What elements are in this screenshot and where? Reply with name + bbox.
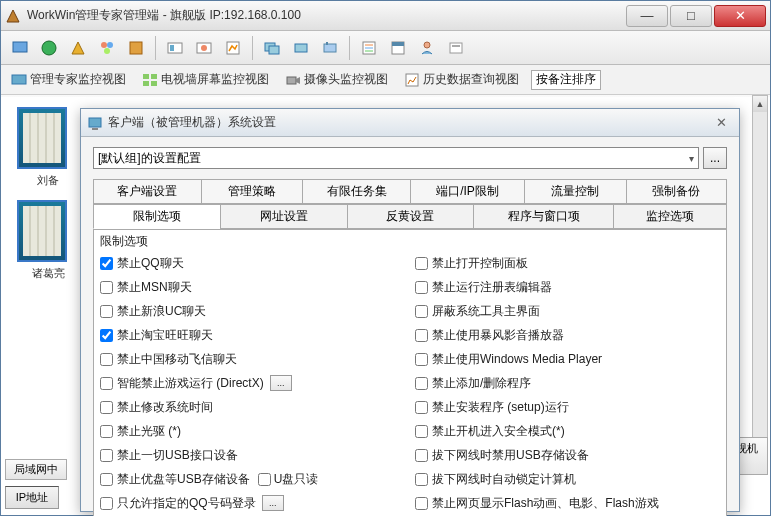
ellipsis-button[interactable]: ... — [270, 375, 292, 391]
monitor-icon — [11, 72, 27, 88]
dialog-icon — [87, 115, 103, 131]
checkbox[interactable] — [258, 473, 271, 486]
checkbox[interactable] — [100, 281, 113, 294]
scroll-up-icon[interactable]: ▲ — [753, 96, 767, 112]
check-row: 禁止新浪UC聊天 — [100, 301, 405, 321]
check-label: 智能禁止游戏运行 (DirectX) — [117, 375, 264, 392]
toolbar-icon-14[interactable] — [414, 35, 440, 61]
check-label: 禁止安装程序 (setup)运行 — [432, 399, 569, 416]
app-icon — [5, 8, 21, 24]
tab-front-4[interactable]: 监控选项 — [613, 204, 727, 228]
svg-point-9 — [201, 45, 207, 51]
toolbar-icon-7[interactable] — [191, 35, 217, 61]
view-tabs-bar: 管理专家监控视图 电视墙屏幕监控视图 摄像头监控视图 历史数据查询视图 按备注排… — [1, 65, 770, 95]
close-button[interactable]: ✕ — [714, 5, 766, 27]
check-row: 禁止修改系统时间 — [100, 397, 405, 417]
tab-front-3[interactable]: 程序与窗口项 — [473, 204, 612, 228]
check-row: 屏蔽系统工具主界面 — [415, 301, 720, 321]
main-toolbar — [1, 31, 770, 65]
checkbox[interactable] — [100, 377, 113, 390]
toolbar-icon-2[interactable] — [36, 35, 62, 61]
checkbox[interactable] — [100, 305, 113, 318]
tab-2[interactable]: 有限任务集 — [302, 179, 410, 203]
checkbox[interactable] — [100, 257, 113, 270]
check-label: 禁止开机进入安全模式(*) — [432, 423, 565, 440]
toolbar-icon-3[interactable] — [65, 35, 91, 61]
checkbox[interactable] — [100, 449, 113, 462]
check-label: 禁止优盘等USB存储设备 — [117, 471, 250, 488]
checkbox[interactable] — [100, 497, 113, 510]
toolbar-icon-9[interactable] — [259, 35, 285, 61]
toolbar-icon-5[interactable] — [123, 35, 149, 61]
config-browse-button[interactable]: ... — [703, 147, 727, 169]
status-ip-tab[interactable]: IP地址 — [5, 486, 59, 509]
svg-rect-29 — [151, 81, 157, 86]
toolbar-icon-8[interactable] — [220, 35, 246, 61]
svg-point-2 — [101, 42, 107, 48]
view-tab-camera[interactable]: 摄像头监控视图 — [281, 69, 392, 90]
view-tab-monitor[interactable]: 管理专家监控视图 — [7, 69, 130, 90]
sort-combo[interactable]: 按备注排序 — [531, 70, 601, 90]
check-label: 屏蔽系统工具主界面 — [432, 303, 540, 320]
toolbar-icon-15[interactable] — [443, 35, 469, 61]
checkbox[interactable] — [100, 425, 113, 438]
inline-check: U盘只读 — [258, 471, 319, 488]
tab-front-0[interactable]: 限制选项 — [93, 204, 220, 229]
maximize-button[interactable]: □ — [670, 5, 712, 27]
tab-3[interactable]: 端口/IP限制 — [410, 179, 524, 203]
toolbar-icon-4[interactable] — [94, 35, 120, 61]
toolbar-icon-11[interactable] — [317, 35, 343, 61]
client-thumbnail[interactable] — [17, 107, 67, 169]
tab-0[interactable]: 客户端设置 — [93, 179, 201, 203]
check-label: 禁止光驱 (*) — [117, 423, 181, 440]
toolbar-icon-6[interactable] — [162, 35, 188, 61]
checkbox[interactable] — [415, 281, 428, 294]
toolbar-icon-10[interactable] — [288, 35, 314, 61]
vertical-scrollbar[interactable]: ▲ ▼ — [752, 95, 768, 455]
client-thumbnail[interactable] — [17, 200, 67, 262]
ellipsis-button[interactable]: ... — [262, 495, 284, 511]
toolbar-icon-12[interactable] — [356, 35, 382, 61]
toolbar-icon-13[interactable] — [385, 35, 411, 61]
status-lan[interactable]: 局域网中 — [5, 459, 67, 480]
check-row: 禁止中国移动飞信聊天 — [100, 349, 405, 369]
checkbox[interactable] — [415, 473, 428, 486]
svg-rect-7 — [170, 45, 174, 51]
checkbox[interactable] — [415, 257, 428, 270]
camera-icon — [285, 72, 301, 88]
checkbox[interactable] — [100, 473, 113, 486]
svg-point-3 — [107, 42, 113, 48]
title-bar: WorkWin管理专家管理端 - 旗舰版 IP:192.168.0.100 — … — [1, 1, 770, 31]
check-row: 禁止淘宝旺旺聊天 — [100, 325, 405, 345]
checkbox[interactable] — [100, 329, 113, 342]
checkbox[interactable] — [100, 401, 113, 414]
checkbox[interactable] — [100, 353, 113, 366]
minimize-button[interactable]: — — [626, 5, 668, 27]
tab-4[interactable]: 流量控制 — [524, 179, 625, 203]
checkbox[interactable] — [415, 449, 428, 462]
tab-front-2[interactable]: 反黄设置 — [347, 204, 474, 228]
view-tab-tvwall[interactable]: 电视墙屏幕监控视图 — [138, 69, 273, 90]
checkbox[interactable] — [415, 305, 428, 318]
svg-rect-12 — [269, 46, 279, 54]
restrict-groupbox: 限制选项 禁止QQ聊天禁止MSN聊天禁止新浪UC聊天禁止淘宝旺旺聊天禁止中国移动… — [93, 229, 727, 516]
checkbox[interactable] — [415, 425, 428, 438]
toolbar-icon-1[interactable] — [7, 35, 33, 61]
tab-1[interactable]: 管理策略 — [201, 179, 302, 203]
checkbox[interactable] — [415, 329, 428, 342]
view-tab-history[interactable]: 历史数据查询视图 — [400, 69, 523, 90]
checkbox[interactable] — [415, 377, 428, 390]
check-row: 禁止一切USB接口设备 — [100, 445, 405, 465]
dialog-title-bar: 客户端（被管理机器）系统设置 ✕ — [81, 109, 739, 137]
tab-5[interactable]: 强制备份 — [626, 179, 727, 203]
check-label: 拔下网线时自动锁定计算机 — [432, 471, 576, 488]
svg-rect-25 — [12, 75, 26, 84]
check-label: 禁止使用Windows Media Player — [432, 351, 602, 368]
checkbox[interactable] — [415, 497, 428, 510]
checkbox[interactable] — [415, 401, 428, 414]
checkbox[interactable] — [415, 353, 428, 366]
tab-front-1[interactable]: 网址设置 — [220, 204, 347, 228]
svg-rect-5 — [130, 42, 142, 54]
config-group-combo[interactable]: [默认组]的设置配置 ▾ — [93, 147, 699, 169]
dialog-close-button[interactable]: ✕ — [710, 115, 733, 130]
